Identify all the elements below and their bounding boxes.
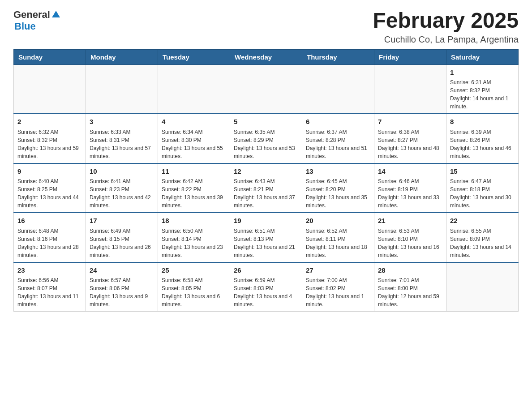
calendar-cell bbox=[302, 64, 374, 114]
day-number: 23 bbox=[17, 265, 82, 276]
day-number: 4 bbox=[162, 117, 226, 127]
title-block: February 2025 Cuchillo Co, La Pampa, Arg… bbox=[373, 9, 519, 45]
day-info: Sunrise: 6:35 AM Sunset: 8:29 PM Dayligh… bbox=[234, 128, 298, 160]
day-info: Sunrise: 6:37 AM Sunset: 8:28 PM Dayligh… bbox=[306, 128, 370, 160]
day-header-wednesday: Wednesday bbox=[230, 49, 302, 64]
day-number: 1 bbox=[450, 68, 515, 78]
day-info: Sunrise: 6:34 AM Sunset: 8:30 PM Dayligh… bbox=[162, 128, 226, 160]
calendar-cell: 2Sunrise: 6:32 AM Sunset: 8:32 PM Daylig… bbox=[14, 114, 86, 163]
calendar-cell: 7Sunrise: 6:38 AM Sunset: 8:27 PM Daylig… bbox=[374, 114, 446, 163]
calendar-cell: 19Sunrise: 6:51 AM Sunset: 8:13 PM Dayli… bbox=[230, 213, 302, 262]
calendar-cell bbox=[230, 64, 302, 114]
day-info: Sunrise: 6:53 AM Sunset: 8:10 PM Dayligh… bbox=[378, 227, 442, 259]
month-title: February 2025 bbox=[373, 9, 519, 33]
calendar-cell bbox=[14, 64, 86, 114]
day-info: Sunrise: 7:00 AM Sunset: 8:02 PM Dayligh… bbox=[306, 276, 370, 308]
calendar-cell: 13Sunrise: 6:45 AM Sunset: 8:20 PM Dayli… bbox=[302, 163, 374, 213]
calendar-cell: 18Sunrise: 6:50 AM Sunset: 8:14 PM Dayli… bbox=[158, 213, 230, 262]
day-number: 27 bbox=[306, 265, 370, 276]
calendar-cell: 5Sunrise: 6:35 AM Sunset: 8:29 PM Daylig… bbox=[230, 114, 302, 163]
calendar-cell bbox=[158, 64, 230, 114]
day-header-monday: Monday bbox=[86, 49, 158, 64]
day-info: Sunrise: 6:40 AM Sunset: 8:25 PM Dayligh… bbox=[17, 177, 82, 210]
day-header-friday: Friday bbox=[374, 49, 446, 64]
week-row-2: 2Sunrise: 6:32 AM Sunset: 8:32 PM Daylig… bbox=[14, 114, 519, 163]
day-number: 16 bbox=[17, 216, 82, 226]
calendar-cell: 22Sunrise: 6:55 AM Sunset: 8:09 PM Dayli… bbox=[446, 213, 519, 262]
calendar-cell: 12Sunrise: 6:43 AM Sunset: 8:21 PM Dayli… bbox=[230, 163, 302, 213]
day-number: 22 bbox=[450, 216, 515, 226]
calendar-cell: 11Sunrise: 6:42 AM Sunset: 8:22 PM Dayli… bbox=[158, 163, 230, 213]
day-number: 2 bbox=[17, 117, 82, 127]
day-info: Sunrise: 6:50 AM Sunset: 8:14 PM Dayligh… bbox=[162, 227, 226, 259]
day-info: Sunrise: 6:58 AM Sunset: 8:05 PM Dayligh… bbox=[162, 276, 226, 308]
day-number: 3 bbox=[90, 117, 154, 127]
calendar-cell: 21Sunrise: 6:53 AM Sunset: 8:10 PM Dayli… bbox=[374, 213, 446, 262]
calendar-cell: 3Sunrise: 6:33 AM Sunset: 8:31 PM Daylig… bbox=[86, 114, 158, 163]
calendar-cell: 9Sunrise: 6:40 AM Sunset: 8:25 PM Daylig… bbox=[14, 163, 86, 213]
calendar-cell: 23Sunrise: 6:56 AM Sunset: 8:07 PM Dayli… bbox=[14, 262, 86, 312]
day-number: 11 bbox=[162, 167, 226, 177]
location-subtitle: Cuchillo Co, La Pampa, Argentina bbox=[373, 34, 519, 45]
day-info: Sunrise: 6:31 AM Sunset: 8:32 PM Dayligh… bbox=[450, 78, 515, 111]
day-info: Sunrise: 6:43 AM Sunset: 8:21 PM Dayligh… bbox=[234, 177, 298, 210]
day-info: Sunrise: 6:45 AM Sunset: 8:20 PM Dayligh… bbox=[306, 177, 370, 210]
logo-general-text: General bbox=[13, 9, 50, 21]
calendar-cell: 14Sunrise: 6:46 AM Sunset: 8:19 PM Dayli… bbox=[374, 163, 446, 213]
calendar-cell: 15Sunrise: 6:47 AM Sunset: 8:18 PM Dayli… bbox=[446, 163, 519, 213]
day-number: 28 bbox=[378, 265, 442, 276]
day-info: Sunrise: 6:56 AM Sunset: 8:07 PM Dayligh… bbox=[17, 276, 82, 308]
day-info: Sunrise: 6:52 AM Sunset: 8:11 PM Dayligh… bbox=[306, 227, 370, 259]
page-header: General Blue February 2025 Cuchillo Co, … bbox=[13, 9, 519, 45]
day-number: 7 bbox=[378, 117, 442, 127]
day-info: Sunrise: 6:42 AM Sunset: 8:22 PM Dayligh… bbox=[162, 177, 226, 210]
day-info: Sunrise: 6:59 AM Sunset: 8:03 PM Dayligh… bbox=[234, 276, 298, 308]
calendar-table: SundayMondayTuesdayWednesdayThursdayFrid… bbox=[13, 49, 519, 312]
day-number: 25 bbox=[162, 265, 226, 276]
day-number: 6 bbox=[306, 117, 370, 127]
day-number: 15 bbox=[450, 167, 515, 177]
calendar-cell: 4Sunrise: 6:34 AM Sunset: 8:30 PM Daylig… bbox=[158, 114, 230, 163]
day-number: 13 bbox=[306, 167, 370, 177]
day-info: Sunrise: 6:57 AM Sunset: 8:06 PM Dayligh… bbox=[90, 276, 154, 308]
calendar-cell: 28Sunrise: 7:01 AM Sunset: 8:00 PM Dayli… bbox=[374, 262, 446, 312]
week-row-4: 16Sunrise: 6:48 AM Sunset: 8:16 PM Dayli… bbox=[14, 213, 519, 262]
day-header-thursday: Thursday bbox=[302, 49, 374, 64]
day-number: 12 bbox=[234, 167, 298, 177]
calendar-cell: 26Sunrise: 6:59 AM Sunset: 8:03 PM Dayli… bbox=[230, 262, 302, 312]
week-row-3: 9Sunrise: 6:40 AM Sunset: 8:25 PM Daylig… bbox=[14, 163, 519, 213]
calendar-cell: 17Sunrise: 6:49 AM Sunset: 8:15 PM Dayli… bbox=[86, 213, 158, 262]
calendar-header-row: SundayMondayTuesdayWednesdayThursdayFrid… bbox=[14, 49, 519, 64]
calendar-cell: 16Sunrise: 6:48 AM Sunset: 8:16 PM Dayli… bbox=[14, 213, 86, 262]
day-number: 10 bbox=[90, 167, 154, 177]
calendar-cell bbox=[374, 64, 446, 114]
logo-blue-text: Blue bbox=[14, 21, 36, 32]
day-info: Sunrise: 6:48 AM Sunset: 8:16 PM Dayligh… bbox=[17, 227, 82, 259]
calendar-cell: 1Sunrise: 6:31 AM Sunset: 8:32 PM Daylig… bbox=[446, 64, 519, 114]
calendar-cell: 25Sunrise: 6:58 AM Sunset: 8:05 PM Dayli… bbox=[158, 262, 230, 312]
day-header-sunday: Sunday bbox=[14, 49, 86, 64]
day-info: Sunrise: 6:51 AM Sunset: 8:13 PM Dayligh… bbox=[234, 227, 298, 259]
calendar-cell: 27Sunrise: 7:00 AM Sunset: 8:02 PM Dayli… bbox=[302, 262, 374, 312]
calendar-cell: 24Sunrise: 6:57 AM Sunset: 8:06 PM Dayli… bbox=[86, 262, 158, 312]
day-info: Sunrise: 7:01 AM Sunset: 8:00 PM Dayligh… bbox=[378, 276, 442, 308]
calendar-cell bbox=[86, 64, 158, 114]
day-info: Sunrise: 6:49 AM Sunset: 8:15 PM Dayligh… bbox=[90, 227, 154, 259]
day-info: Sunrise: 6:39 AM Sunset: 8:26 PM Dayligh… bbox=[450, 128, 515, 160]
calendar-cell: 10Sunrise: 6:41 AM Sunset: 8:23 PM Dayli… bbox=[86, 163, 158, 213]
calendar-cell: 20Sunrise: 6:52 AM Sunset: 8:11 PM Dayli… bbox=[302, 213, 374, 262]
calendar-cell: 6Sunrise: 6:37 AM Sunset: 8:28 PM Daylig… bbox=[302, 114, 374, 163]
day-number: 20 bbox=[306, 216, 370, 226]
day-number: 14 bbox=[378, 167, 442, 177]
day-info: Sunrise: 6:55 AM Sunset: 8:09 PM Dayligh… bbox=[450, 227, 515, 259]
week-row-5: 23Sunrise: 6:56 AM Sunset: 8:07 PM Dayli… bbox=[14, 262, 519, 312]
day-number: 21 bbox=[378, 216, 442, 226]
day-number: 5 bbox=[234, 117, 298, 127]
calendar-cell: 8Sunrise: 6:39 AM Sunset: 8:26 PM Daylig… bbox=[446, 114, 519, 163]
day-number: 18 bbox=[162, 216, 226, 226]
day-number: 26 bbox=[234, 265, 298, 276]
day-info: Sunrise: 6:33 AM Sunset: 8:31 PM Dayligh… bbox=[90, 128, 154, 160]
day-number: 17 bbox=[90, 216, 154, 226]
day-info: Sunrise: 6:32 AM Sunset: 8:32 PM Dayligh… bbox=[17, 128, 82, 160]
day-number: 9 bbox=[17, 167, 82, 177]
